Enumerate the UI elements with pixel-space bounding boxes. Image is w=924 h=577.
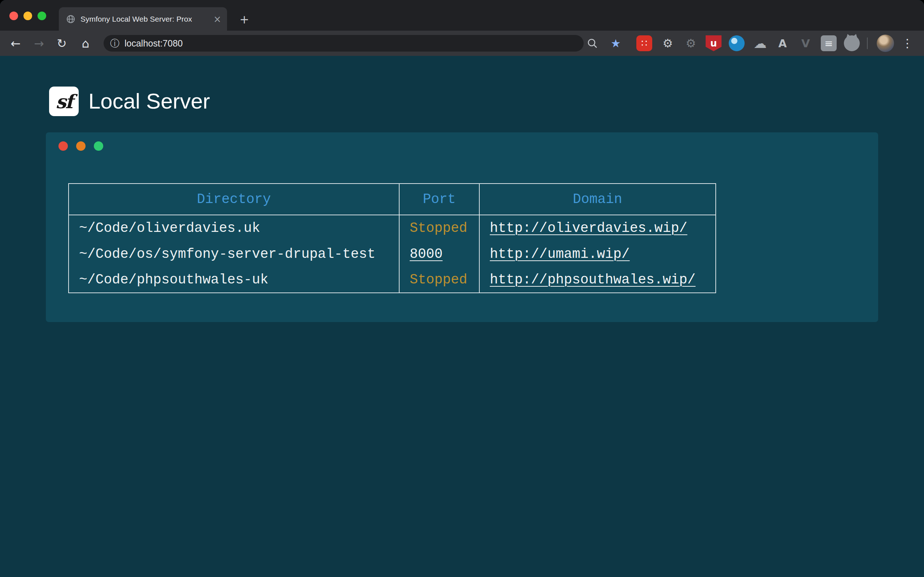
status-stopped: Stopped xyxy=(410,272,467,287)
terminal-red-dot-icon xyxy=(58,141,68,151)
gear-dark-extension-icon[interactable]: ⚙ xyxy=(683,35,699,51)
table-row: ~/Code/oliverdavies.uk Stopped http://ol… xyxy=(69,215,716,241)
table-header-domain: Domain xyxy=(479,184,716,215)
domain-link[interactable]: http://phpsouthwales.wip/ xyxy=(490,272,696,287)
ublock-extension-icon[interactable]: u xyxy=(706,35,722,51)
zoom-icon[interactable] xyxy=(584,31,600,56)
address-url[interactable]: localhost:7080 xyxy=(124,38,183,49)
globe-favicon-icon xyxy=(66,15,76,24)
github-extension-icon[interactable] xyxy=(844,35,860,51)
table-header-port: Port xyxy=(399,184,479,215)
browser-tab[interactable]: Symfony Local Web Server: Prox × xyxy=(59,7,227,31)
servers-table: Directory Port Domain ~/Code/oliverdavie… xyxy=(68,183,716,293)
window-minimize-button[interactable] xyxy=(23,11,32,20)
page-title: Local Server xyxy=(89,87,210,116)
red-grid-extension-icon[interactable]: ∷ xyxy=(636,35,652,51)
bookmark-star-icon[interactable]: ★ xyxy=(608,31,624,56)
row-directory: ~/Code/oliverdavies.uk xyxy=(69,215,399,241)
domain-link[interactable]: http://oliverdavies.wip/ xyxy=(490,220,687,236)
site-info-icon[interactable]: ⓘ xyxy=(110,37,120,50)
terminal-orange-dot-icon xyxy=(76,141,86,151)
letter-a-extension-icon[interactable]: A xyxy=(775,35,790,51)
table-header-row: Directory Port Domain xyxy=(69,184,716,215)
blue-circle-extension-icon[interactable] xyxy=(729,35,745,51)
row-directory: ~/Code/phpsouthwales-uk xyxy=(69,267,399,293)
tab-strip: Symfony Local Web Server: Prox × + xyxy=(0,0,924,31)
browser-window: Symfony Local Web Server: Prox × + ← → ↻… xyxy=(0,0,924,577)
page-content: sf Local Server Directory Port Domain ~/… xyxy=(0,56,924,577)
list-extension-icon[interactable]: ≡ xyxy=(821,35,837,51)
browser-toolbar: ← → ↻ ⌂ ⓘ localhost:7080 ★ ∷ ⚙ ⚙ u ☁ A V… xyxy=(0,31,924,56)
server-panel: Directory Port Domain ~/Code/oliverdavie… xyxy=(46,132,878,322)
address-bar[interactable]: ⓘ localhost:7080 xyxy=(103,35,584,52)
cloud-extension-icon[interactable]: ☁ xyxy=(752,35,768,51)
gear-light-extension-icon[interactable]: ⚙ xyxy=(660,35,676,51)
domain-link[interactable]: http://umami.wip/ xyxy=(490,246,630,262)
toolbar-divider xyxy=(867,37,868,49)
window-zoom-button[interactable] xyxy=(37,11,46,20)
home-icon[interactable]: ⌂ xyxy=(78,31,94,56)
new-tab-button[interactable]: + xyxy=(236,11,253,28)
port-link[interactable]: 8000 xyxy=(410,246,443,262)
symfony-logo: sf xyxy=(49,87,79,116)
v-shield-extension-icon[interactable]: V xyxy=(798,35,814,51)
reload-icon[interactable]: ↻ xyxy=(54,31,69,56)
status-stopped: Stopped xyxy=(410,220,467,236)
browser-menu-icon[interactable]: ⋮ xyxy=(900,31,915,56)
forward-icon[interactable]: → xyxy=(31,31,47,56)
table-row: ~/Code/phpsouthwales-uk Stopped http://p… xyxy=(69,267,716,293)
table-row: ~/Code/os/symfony-server-drupal-test 800… xyxy=(69,241,716,267)
row-directory: ~/Code/os/symfony-server-drupal-test xyxy=(69,241,399,267)
window-close-button[interactable] xyxy=(10,11,18,20)
tab-title: Symfony Local Web Server: Prox xyxy=(81,15,208,23)
back-icon[interactable]: ← xyxy=(8,31,23,56)
profile-avatar[interactable] xyxy=(877,35,894,52)
terminal-green-dot-icon xyxy=(94,141,103,151)
table-header-directory: Directory xyxy=(69,184,399,215)
tab-close-icon[interactable]: × xyxy=(213,15,221,24)
